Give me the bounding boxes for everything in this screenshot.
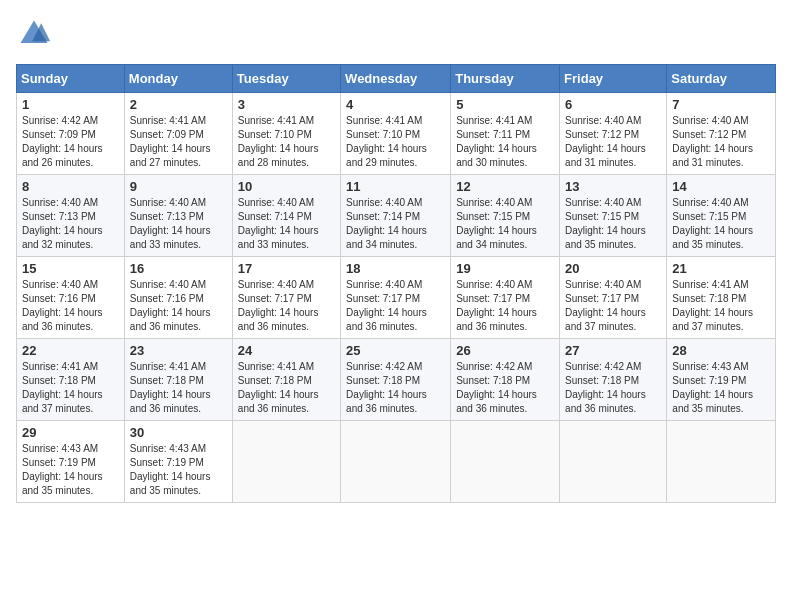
day-number: 15 <box>22 261 119 276</box>
day-info: Sunrise: 4:40 AM Sunset: 7:16 PM Dayligh… <box>130 278 227 334</box>
calendar-cell: 21Sunrise: 4:41 AM Sunset: 7:18 PM Dayli… <box>667 257 776 339</box>
day-number: 10 <box>238 179 335 194</box>
calendar-table: SundayMondayTuesdayWednesdayThursdayFrid… <box>16 64 776 503</box>
day-info: Sunrise: 4:40 AM Sunset: 7:17 PM Dayligh… <box>238 278 335 334</box>
day-number: 4 <box>346 97 445 112</box>
day-number: 25 <box>346 343 445 358</box>
day-number: 24 <box>238 343 335 358</box>
calendar-cell: 17Sunrise: 4:40 AM Sunset: 7:17 PM Dayli… <box>232 257 340 339</box>
day-number: 23 <box>130 343 227 358</box>
calendar-cell: 4Sunrise: 4:41 AM Sunset: 7:10 PM Daylig… <box>341 93 451 175</box>
calendar-cell: 22Sunrise: 4:41 AM Sunset: 7:18 PM Dayli… <box>17 339 125 421</box>
day-info: Sunrise: 4:42 AM Sunset: 7:18 PM Dayligh… <box>456 360 554 416</box>
day-info: Sunrise: 4:40 AM Sunset: 7:13 PM Dayligh… <box>130 196 227 252</box>
calendar-cell: 20Sunrise: 4:40 AM Sunset: 7:17 PM Dayli… <box>560 257 667 339</box>
calendar-cell: 27Sunrise: 4:42 AM Sunset: 7:18 PM Dayli… <box>560 339 667 421</box>
day-info: Sunrise: 4:40 AM Sunset: 7:15 PM Dayligh… <box>672 196 770 252</box>
day-number: 13 <box>565 179 661 194</box>
calendar-cell: 3Sunrise: 4:41 AM Sunset: 7:10 PM Daylig… <box>232 93 340 175</box>
day-info: Sunrise: 4:41 AM Sunset: 7:18 PM Dayligh… <box>130 360 227 416</box>
calendar-header-row: SundayMondayTuesdayWednesdayThursdayFrid… <box>17 65 776 93</box>
day-of-week-header: Thursday <box>451 65 560 93</box>
day-of-week-header: Saturday <box>667 65 776 93</box>
day-number: 7 <box>672 97 770 112</box>
calendar-cell: 7Sunrise: 4:40 AM Sunset: 7:12 PM Daylig… <box>667 93 776 175</box>
calendar-cell <box>667 421 776 503</box>
calendar-cell: 10Sunrise: 4:40 AM Sunset: 7:14 PM Dayli… <box>232 175 340 257</box>
day-number: 18 <box>346 261 445 276</box>
day-info: Sunrise: 4:40 AM Sunset: 7:12 PM Dayligh… <box>565 114 661 170</box>
day-info: Sunrise: 4:41 AM Sunset: 7:11 PM Dayligh… <box>456 114 554 170</box>
calendar-cell: 5Sunrise: 4:41 AM Sunset: 7:11 PM Daylig… <box>451 93 560 175</box>
day-info: Sunrise: 4:42 AM Sunset: 7:18 PM Dayligh… <box>565 360 661 416</box>
day-number: 3 <box>238 97 335 112</box>
calendar-cell: 8Sunrise: 4:40 AM Sunset: 7:13 PM Daylig… <box>17 175 125 257</box>
day-info: Sunrise: 4:41 AM Sunset: 7:18 PM Dayligh… <box>238 360 335 416</box>
calendar-cell: 1Sunrise: 4:42 AM Sunset: 7:09 PM Daylig… <box>17 93 125 175</box>
calendar-cell: 15Sunrise: 4:40 AM Sunset: 7:16 PM Dayli… <box>17 257 125 339</box>
day-of-week-header: Monday <box>124 65 232 93</box>
day-number: 26 <box>456 343 554 358</box>
day-number: 5 <box>456 97 554 112</box>
day-info: Sunrise: 4:40 AM Sunset: 7:14 PM Dayligh… <box>238 196 335 252</box>
day-of-week-header: Tuesday <box>232 65 340 93</box>
calendar-cell: 29Sunrise: 4:43 AM Sunset: 7:19 PM Dayli… <box>17 421 125 503</box>
day-info: Sunrise: 4:41 AM Sunset: 7:18 PM Dayligh… <box>672 278 770 334</box>
day-number: 29 <box>22 425 119 440</box>
calendar-cell: 16Sunrise: 4:40 AM Sunset: 7:16 PM Dayli… <box>124 257 232 339</box>
calendar-cell <box>451 421 560 503</box>
calendar-cell: 2Sunrise: 4:41 AM Sunset: 7:09 PM Daylig… <box>124 93 232 175</box>
calendar-cell: 24Sunrise: 4:41 AM Sunset: 7:18 PM Dayli… <box>232 339 340 421</box>
day-number: 27 <box>565 343 661 358</box>
day-number: 9 <box>130 179 227 194</box>
day-info: Sunrise: 4:42 AM Sunset: 7:09 PM Dayligh… <box>22 114 119 170</box>
day-info: Sunrise: 4:40 AM Sunset: 7:15 PM Dayligh… <box>456 196 554 252</box>
day-of-week-header: Sunday <box>17 65 125 93</box>
day-info: Sunrise: 4:43 AM Sunset: 7:19 PM Dayligh… <box>672 360 770 416</box>
day-number: 6 <box>565 97 661 112</box>
logo-icon <box>16 16 52 52</box>
day-number: 22 <box>22 343 119 358</box>
day-info: Sunrise: 4:40 AM Sunset: 7:13 PM Dayligh… <box>22 196 119 252</box>
day-number: 21 <box>672 261 770 276</box>
day-info: Sunrise: 4:40 AM Sunset: 7:12 PM Dayligh… <box>672 114 770 170</box>
calendar-cell: 25Sunrise: 4:42 AM Sunset: 7:18 PM Dayli… <box>341 339 451 421</box>
day-info: Sunrise: 4:42 AM Sunset: 7:18 PM Dayligh… <box>346 360 445 416</box>
day-number: 16 <box>130 261 227 276</box>
calendar-cell: 19Sunrise: 4:40 AM Sunset: 7:17 PM Dayli… <box>451 257 560 339</box>
calendar-cell <box>560 421 667 503</box>
calendar-cell: 12Sunrise: 4:40 AM Sunset: 7:15 PM Dayli… <box>451 175 560 257</box>
calendar-week-row: 29Sunrise: 4:43 AM Sunset: 7:19 PM Dayli… <box>17 421 776 503</box>
calendar-cell: 28Sunrise: 4:43 AM Sunset: 7:19 PM Dayli… <box>667 339 776 421</box>
calendar-week-row: 8Sunrise: 4:40 AM Sunset: 7:13 PM Daylig… <box>17 175 776 257</box>
day-info: Sunrise: 4:40 AM Sunset: 7:16 PM Dayligh… <box>22 278 119 334</box>
page-header <box>16 16 776 52</box>
day-of-week-header: Friday <box>560 65 667 93</box>
day-info: Sunrise: 4:41 AM Sunset: 7:10 PM Dayligh… <box>346 114 445 170</box>
day-number: 17 <box>238 261 335 276</box>
day-number: 19 <box>456 261 554 276</box>
day-number: 12 <box>456 179 554 194</box>
calendar-cell: 13Sunrise: 4:40 AM Sunset: 7:15 PM Dayli… <box>560 175 667 257</box>
day-info: Sunrise: 4:40 AM Sunset: 7:17 PM Dayligh… <box>565 278 661 334</box>
day-of-week-header: Wednesday <box>341 65 451 93</box>
day-number: 8 <box>22 179 119 194</box>
calendar-cell: 6Sunrise: 4:40 AM Sunset: 7:12 PM Daylig… <box>560 93 667 175</box>
day-info: Sunrise: 4:40 AM Sunset: 7:17 PM Dayligh… <box>346 278 445 334</box>
calendar-cell: 30Sunrise: 4:43 AM Sunset: 7:19 PM Dayli… <box>124 421 232 503</box>
day-number: 28 <box>672 343 770 358</box>
calendar-cell <box>341 421 451 503</box>
calendar-cell: 14Sunrise: 4:40 AM Sunset: 7:15 PM Dayli… <box>667 175 776 257</box>
day-info: Sunrise: 4:41 AM Sunset: 7:10 PM Dayligh… <box>238 114 335 170</box>
day-info: Sunrise: 4:41 AM Sunset: 7:09 PM Dayligh… <box>130 114 227 170</box>
day-number: 1 <box>22 97 119 112</box>
day-info: Sunrise: 4:43 AM Sunset: 7:19 PM Dayligh… <box>22 442 119 498</box>
day-info: Sunrise: 4:40 AM Sunset: 7:17 PM Dayligh… <box>456 278 554 334</box>
day-info: Sunrise: 4:41 AM Sunset: 7:18 PM Dayligh… <box>22 360 119 416</box>
day-number: 2 <box>130 97 227 112</box>
calendar-week-row: 15Sunrise: 4:40 AM Sunset: 7:16 PM Dayli… <box>17 257 776 339</box>
calendar-week-row: 1Sunrise: 4:42 AM Sunset: 7:09 PM Daylig… <box>17 93 776 175</box>
calendar-cell: 18Sunrise: 4:40 AM Sunset: 7:17 PM Dayli… <box>341 257 451 339</box>
day-info: Sunrise: 4:43 AM Sunset: 7:19 PM Dayligh… <box>130 442 227 498</box>
calendar-cell: 11Sunrise: 4:40 AM Sunset: 7:14 PM Dayli… <box>341 175 451 257</box>
